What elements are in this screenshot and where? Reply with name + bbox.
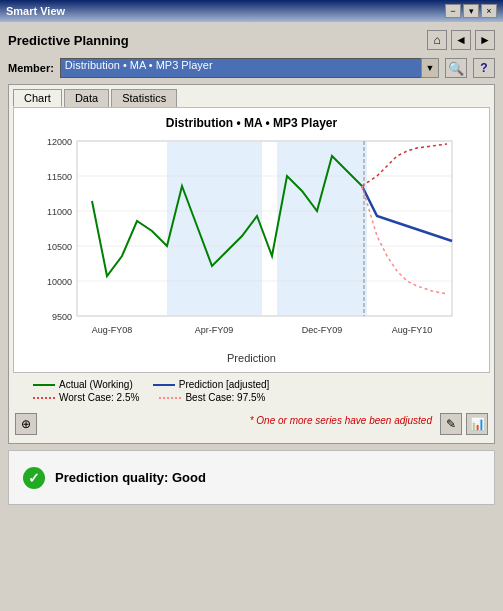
help-icon: ?: [480, 61, 487, 75]
zoom-icon: ⊕: [21, 417, 31, 431]
legend-best-label: Best Case: 97.5%: [185, 392, 265, 403]
legend-prediction-line: [153, 384, 175, 386]
svg-text:12000: 12000: [47, 137, 72, 147]
restore-button[interactable]: ▾: [463, 4, 479, 18]
chart-svg-wrapper: 12000 11500 11000 10500 10000 9500 Aug-F…: [22, 136, 481, 348]
zoom-button[interactable]: ⊕: [15, 413, 37, 435]
member-search-button[interactable]: 🔍: [445, 58, 467, 78]
edit-icon: ✎: [446, 417, 456, 431]
tab-data[interactable]: Data: [64, 89, 109, 107]
back-button[interactable]: ◄: [451, 30, 471, 50]
chart-bottom-left: ⊕: [15, 413, 37, 435]
svg-text:9500: 9500: [52, 312, 72, 322]
legend-worst-label: Worst Case: 2.5%: [59, 392, 139, 403]
bar-chart-button[interactable]: 📊: [466, 413, 488, 435]
legend-row-2: Worst Case: 2.5% Best Case: 97.5%: [33, 392, 265, 403]
svg-text:Dec-FY09: Dec-FY09: [302, 325, 343, 335]
tab-statistics[interactable]: Statistics: [111, 89, 177, 107]
svg-text:Apr-FY09: Apr-FY09: [195, 325, 234, 335]
forward-icon: ►: [479, 33, 491, 47]
minimize-button[interactable]: −: [445, 4, 461, 18]
legend-best: Best Case: 97.5%: [159, 392, 265, 403]
home-icon: ⌂: [433, 33, 440, 47]
title-bar-controls: − ▾ ×: [445, 4, 497, 18]
close-button[interactable]: ×: [481, 4, 497, 18]
legend-prediction-label: Prediction [adjusted]: [179, 379, 270, 390]
chart-container: Chart Data Statistics Distribution • MA …: [8, 84, 495, 444]
main-panel: Predictive Planning ⌂ ◄ ► Member: Distri…: [0, 22, 503, 511]
panel-title: Predictive Planning: [8, 33, 129, 48]
svg-text:10500: 10500: [47, 242, 72, 252]
bar-chart-icon: 📊: [470, 417, 485, 431]
tab-chart[interactable]: Chart: [13, 89, 62, 107]
member-select-wrapper: Distribution • MA • MP3 Player ▼: [60, 58, 439, 78]
svg-text:11000: 11000: [47, 207, 72, 217]
chart-title: Distribution • MA • MP3 Player: [22, 116, 481, 130]
svg-text:Aug-FY08: Aug-FY08: [92, 325, 133, 335]
tabs: Chart Data Statistics: [13, 89, 490, 107]
legend-row-1: Actual (Working) Prediction [adjusted]: [33, 379, 269, 390]
member-label: Member:: [8, 62, 54, 74]
toolbar-icons: ⌂ ◄ ►: [427, 30, 495, 50]
home-button[interactable]: ⌂: [427, 30, 447, 50]
svg-text:10000: 10000: [47, 277, 72, 287]
legend-actual-label: Actual (Working): [59, 379, 133, 390]
legend-prediction: Prediction [adjusted]: [153, 379, 270, 390]
chart-bottom-toolbar: ⊕ * One or more series have been adjuste…: [13, 409, 490, 439]
legend-actual-line: [33, 384, 55, 386]
chart-area: Distribution • MA • MP3 Player: [13, 107, 490, 373]
legend-best-line: [159, 397, 181, 399]
top-toolbar: Predictive Planning ⌂ ◄ ►: [6, 26, 497, 54]
member-dropdown-arrow[interactable]: ▼: [421, 58, 439, 78]
member-help-button[interactable]: ?: [473, 58, 495, 78]
title-bar: Smart View − ▾ ×: [0, 0, 503, 22]
chart-svg: 12000 11500 11000 10500 10000 9500 Aug-F…: [22, 136, 462, 346]
chart-bottom-right: * One or more series have been adjusted …: [246, 413, 488, 435]
legend-worst: Worst Case: 2.5%: [33, 392, 139, 403]
svg-text:11500: 11500: [47, 172, 72, 182]
legend-worst-line: [33, 397, 55, 399]
member-select[interactable]: Distribution • MA • MP3 Player: [60, 58, 439, 78]
quality-check-icon: ✓: [23, 467, 45, 489]
legend: Actual (Working) Prediction [adjusted] W…: [13, 373, 490, 409]
prediction-label: Prediction: [22, 352, 481, 364]
adjusted-note: * One or more series have been adjusted: [246, 413, 436, 435]
edit-button[interactable]: ✎: [440, 413, 462, 435]
window-title: Smart View: [6, 5, 65, 17]
back-icon: ◄: [455, 33, 467, 47]
quality-panel: ✓ Prediction quality: Good: [8, 450, 495, 505]
quality-text: Prediction quality: Good: [55, 470, 206, 485]
svg-rect-2: [277, 141, 367, 316]
forward-button[interactable]: ►: [475, 30, 495, 50]
svg-text:Aug-FY10: Aug-FY10: [392, 325, 433, 335]
legend-actual: Actual (Working): [33, 379, 133, 390]
search-icon: 🔍: [448, 61, 464, 76]
member-row: Member: Distribution • MA • MP3 Player ▼…: [6, 54, 497, 82]
